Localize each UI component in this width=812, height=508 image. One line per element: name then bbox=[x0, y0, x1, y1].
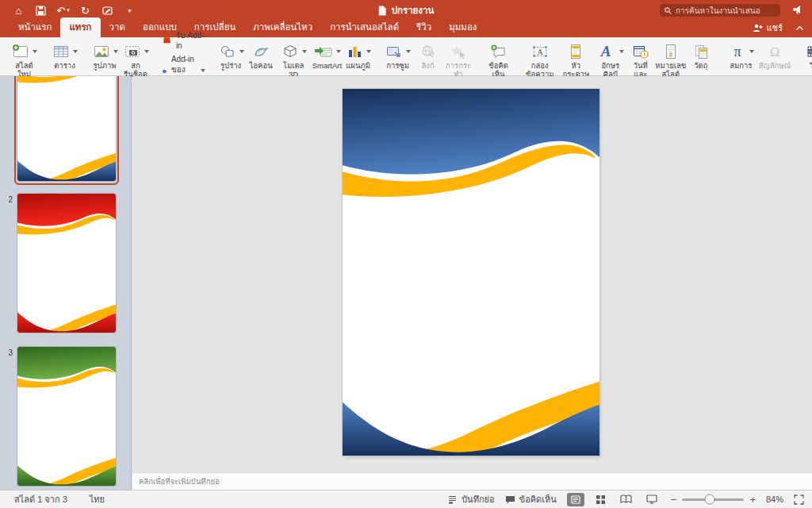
slideshow-icon bbox=[646, 495, 657, 504]
group-illustrations: รูปร่าง ไอคอน โมเดล 3D SmartArt แผนภูมิ bbox=[212, 39, 377, 75]
slide-thumbnail-1[interactable] bbox=[17, 76, 116, 181]
svg-text:#: # bbox=[668, 51, 672, 59]
comment-button[interactable]: ข้อคิดเห็น bbox=[484, 40, 514, 80]
redo-icon[interactable]: ↻ bbox=[79, 5, 91, 17]
tab-slideshow[interactable]: การนำเสนอสไลด์ bbox=[321, 17, 408, 37]
slide-sorter-view-button[interactable] bbox=[592, 493, 610, 506]
slideshow-view-button[interactable] bbox=[643, 493, 661, 506]
notes-toggle-button[interactable]: บันทึกย่อ bbox=[447, 492, 494, 506]
zoom-in-button[interactable]: + bbox=[749, 494, 756, 506]
dropdown-arrow bbox=[336, 50, 341, 53]
tab-animations[interactable]: ภาพเคลื่อนไหว bbox=[244, 17, 321, 37]
notes-placeholder: คลิกเพื่อที่จะเพิ่มบันทึกย่อ bbox=[139, 475, 220, 487]
tabbar-right-controls: แชร์ bbox=[753, 21, 804, 35]
wordart-button[interactable]: A อักษรศิลป์ bbox=[596, 40, 626, 80]
tab-insert[interactable]: แทรก bbox=[60, 17, 100, 37]
slide-number-3: 3 bbox=[3, 348, 13, 357]
normal-view-button[interactable] bbox=[567, 493, 584, 506]
search-input[interactable] bbox=[676, 6, 771, 15]
text-box-button[interactable]: A กล่องข้อความ bbox=[523, 40, 557, 80]
object-button[interactable]: วัตถุ bbox=[686, 40, 716, 71]
chart-button[interactable]: แผนภูมิ bbox=[343, 40, 373, 71]
shapes-icon bbox=[218, 43, 237, 60]
link-icon bbox=[419, 43, 438, 60]
slide-thumbnail-2[interactable] bbox=[17, 194, 116, 333]
equation-icon: π bbox=[728, 43, 747, 60]
new-slide-button[interactable]: สไลด์ใหม่ bbox=[9, 40, 40, 80]
equation-button[interactable]: π สมการ bbox=[726, 40, 756, 71]
dropdown-arrow bbox=[73, 50, 78, 53]
screenshot-button[interactable]: สกรีนช็อต bbox=[120, 40, 151, 80]
button-label: ไอคอน bbox=[250, 62, 273, 71]
shapes-button[interactable]: รูปร่าง bbox=[216, 40, 246, 71]
ribbon-tab-bar: หน้าแรก แทรก วาด ออกแบบ การเปลี่ยน ภาพเค… bbox=[0, 21, 812, 37]
status-bar: สไลด์ 1 จาก 3 ไทย บันทึกย่อ ข้อคิดเห็น bbox=[0, 490, 812, 508]
video-button[interactable]: วิดีโอ bbox=[802, 40, 812, 71]
dropdown-arrow bbox=[302, 50, 307, 53]
tab-review[interactable]: รีวิว bbox=[408, 17, 440, 37]
tab-draw[interactable]: วาด bbox=[101, 17, 134, 37]
wordart-icon: A bbox=[596, 43, 617, 60]
whats-new-icon[interactable] bbox=[792, 3, 804, 18]
document-icon bbox=[378, 6, 387, 16]
button-label: สมการ bbox=[730, 62, 752, 71]
svg-text:π: π bbox=[733, 44, 741, 60]
undo-icon[interactable]: ↶▾ bbox=[57, 5, 69, 17]
button-label: ลิงก์ bbox=[422, 62, 435, 71]
slide-editor-canvas[interactable] bbox=[132, 76, 812, 472]
dropdown-arrow bbox=[749, 50, 754, 53]
pictures-button[interactable]: รูปภาพ bbox=[90, 40, 120, 71]
zoom-slider[interactable] bbox=[682, 498, 744, 501]
current-slide[interactable] bbox=[343, 89, 599, 456]
zoom-button[interactable]: การซูม bbox=[383, 40, 413, 71]
toolbar-options-icon[interactable]: ▾ bbox=[124, 5, 136, 17]
button-label: วัตถุ bbox=[694, 62, 707, 71]
dropdown-arrow bbox=[144, 50, 149, 53]
group-table: ตาราง bbox=[45, 39, 84, 75]
symbol-icon: Ω bbox=[765, 43, 784, 60]
ribbon: สไลด์ใหม่ ตาราง รูปภาพ สกรีนช็อต bbox=[0, 37, 812, 76]
reading-view-button[interactable] bbox=[618, 493, 635, 506]
tab-home[interactable]: หน้าแรก bbox=[10, 17, 60, 37]
collapse-ribbon-icon[interactable] bbox=[795, 25, 804, 31]
zoom-level[interactable]: 84% bbox=[766, 495, 783, 504]
smartart-button[interactable]: SmartArt bbox=[311, 40, 343, 71]
table-icon bbox=[52, 43, 71, 60]
view-switcher bbox=[567, 493, 661, 506]
share-button[interactable]: แชร์ bbox=[753, 21, 783, 35]
group-addins: รับ Add-in Add-in ของฉัน bbox=[157, 39, 210, 75]
search-box[interactable] bbox=[660, 4, 780, 17]
date-time-icon bbox=[631, 43, 650, 60]
svg-text:A: A bbox=[600, 43, 611, 60]
action-button: การกระทำ bbox=[443, 40, 474, 80]
table-button[interactable]: ตาราง bbox=[49, 40, 80, 71]
save-icon[interactable] bbox=[35, 5, 47, 17]
dropdown-arrow bbox=[33, 50, 37, 53]
zoom-out-button[interactable]: − bbox=[671, 494, 677, 506]
group-slides: สไลด์ใหม่ bbox=[5, 39, 44, 75]
dropdown-arrow bbox=[113, 50, 118, 53]
slide-thumbnail-3[interactable] bbox=[17, 347, 116, 486]
fit-slide-icon[interactable] bbox=[794, 495, 804, 505]
slide-number-button[interactable]: # หมายเลข สไลด์ bbox=[656, 40, 686, 80]
comments-toggle-button[interactable]: ข้อคิดเห็น bbox=[505, 492, 557, 506]
3d-models-button[interactable]: โมเดล 3D bbox=[276, 40, 311, 80]
language-indicator[interactable]: ไทย bbox=[90, 492, 105, 506]
comment-icon bbox=[489, 43, 508, 60]
comments-toggle-label: ข้อคิดเห็น bbox=[519, 492, 557, 506]
text-box-icon: A bbox=[530, 43, 550, 60]
notes-pane[interactable]: คลิกเพื่อที่จะเพิ่มบันทึกย่อ bbox=[132, 472, 812, 490]
chart-icon bbox=[345, 43, 364, 60]
slide-sorter-icon bbox=[596, 495, 606, 504]
search-icon bbox=[665, 7, 672, 14]
button-label: รูปภาพ bbox=[94, 62, 117, 71]
get-addins-button[interactable]: รับ Add-in bbox=[162, 29, 205, 50]
tab-view[interactable]: มุมมอง bbox=[440, 17, 485, 37]
zoom-slider-thumb[interactable] bbox=[705, 495, 715, 505]
button-label: การซูม bbox=[386, 62, 409, 71]
icons-button[interactable]: ไอคอน bbox=[246, 40, 276, 71]
draw-mode-icon[interactable] bbox=[102, 5, 113, 17]
store-icon bbox=[162, 33, 172, 45]
3d-model-icon bbox=[281, 43, 300, 60]
home-icon[interactable]: ⌂ bbox=[13, 5, 25, 17]
